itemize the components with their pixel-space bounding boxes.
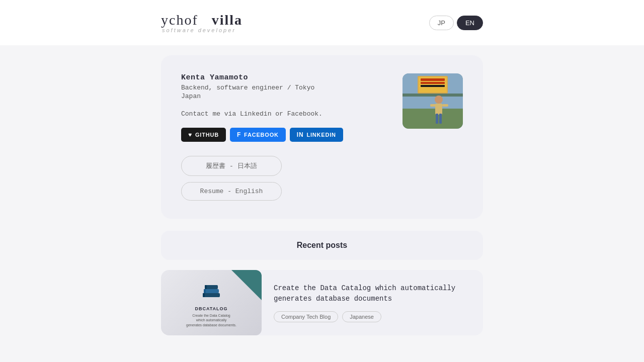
profile-photo xyxy=(403,73,463,129)
post-thumbnail: DBCATALOG Create the Data Catalogwhich a… xyxy=(161,270,262,335)
facebook-icon: f xyxy=(237,131,241,138)
lang-jp-button[interactable]: JP xyxy=(429,16,454,30)
svg-rect-13 xyxy=(439,114,442,124)
header: ychof villa software developer JP EN xyxy=(0,0,644,45)
logo-wordmark: ychof villa xyxy=(161,12,243,28)
post-tag-japanese[interactable]: Japanese xyxy=(342,311,381,322)
thumbnail-corner-decoration xyxy=(231,270,262,300)
github-icon: ♥ xyxy=(188,131,192,138)
lang-en-button[interactable]: EN xyxy=(457,16,483,30)
profile-image xyxy=(403,73,463,129)
svg-rect-11 xyxy=(442,104,448,107)
svg-rect-15 xyxy=(204,289,219,293)
svg-rect-5 xyxy=(421,85,445,87)
thumbnail-label: DBCATALOG xyxy=(195,306,227,311)
profile-name: Kenta Yamamoto xyxy=(181,73,387,82)
recent-posts-header: Recent posts xyxy=(161,231,483,260)
resume-buttons: 履歴書 - 日本語 Resume - English xyxy=(181,156,387,201)
post-tags: Company Tech Blog Japanese xyxy=(274,311,455,322)
github-button[interactable]: ♥ GITHUB xyxy=(181,128,226,142)
facebook-label: FACEBOOK xyxy=(244,132,279,138)
post-content: Create the Data Catalog which automatica… xyxy=(262,270,467,335)
svg-rect-3 xyxy=(421,78,445,81)
facebook-button[interactable]: f FACEBOOK xyxy=(230,128,286,142)
svg-rect-17 xyxy=(203,293,205,297)
db-catalog-icon xyxy=(199,278,224,303)
svg-rect-18 xyxy=(204,289,206,293)
github-label: GITHUB xyxy=(195,132,219,138)
resume-japanese-button[interactable]: 履歴書 - 日本語 xyxy=(181,156,282,176)
post-card[interactable]: DBCATALOG Create the Data Catalogwhich a… xyxy=(161,270,483,335)
linkedin-button[interactable]: in LINKEDIN xyxy=(290,128,343,142)
svg-rect-7 xyxy=(403,109,463,129)
linkedin-label: LINKEDIN xyxy=(306,132,336,138)
thumbnail-text: Create the Data Catalogwhich automatical… xyxy=(186,313,236,327)
svg-rect-6 xyxy=(403,94,463,97)
logo-bold-text: villa xyxy=(212,12,243,28)
main-content: Kenta Yamamoto Backend, software enginee… xyxy=(0,45,644,350)
svg-rect-4 xyxy=(421,82,445,84)
profile-info: Kenta Yamamoto Backend, software enginee… xyxy=(181,73,387,201)
logo-light-text: ychof xyxy=(161,12,198,28)
resume-english-button[interactable]: Resume - English xyxy=(181,182,282,201)
profile-role: Backend, software engineer / Tokyo xyxy=(181,84,387,92)
logo-subtitle: software developer xyxy=(161,27,236,33)
svg-rect-10 xyxy=(430,104,436,107)
profile-location: Japan xyxy=(181,93,387,100)
svg-rect-19 xyxy=(205,285,207,289)
social-buttons: ♥ GITHUB f FACEBOOK in LINKEDIN xyxy=(181,128,387,142)
post-tag-company[interactable]: Company Tech Blog xyxy=(274,311,338,322)
logo: ychof villa software developer xyxy=(161,12,243,33)
profile-contact: Contact me via Linkedin or Facebook. xyxy=(181,110,387,118)
svg-point-8 xyxy=(435,96,443,104)
linkedin-icon: in xyxy=(297,131,304,138)
post-title: Create the Data Catalog which automatica… xyxy=(274,283,455,304)
svg-rect-9 xyxy=(435,104,442,115)
section-title: Recent posts xyxy=(176,241,468,250)
svg-rect-14 xyxy=(203,293,220,297)
svg-rect-12 xyxy=(436,114,438,124)
language-switcher: JP EN xyxy=(429,16,483,30)
profile-card: Kenta Yamamoto Backend, software enginee… xyxy=(161,55,483,219)
